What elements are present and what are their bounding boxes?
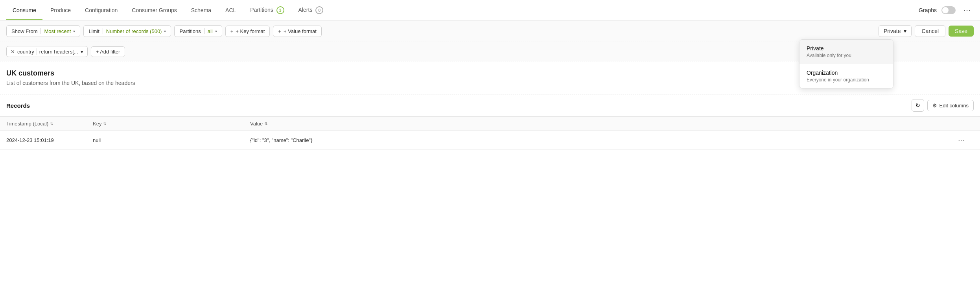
col-header-actions bbox=[958, 121, 974, 127]
cell-actions: ⋯ bbox=[958, 136, 974, 144]
records-actions: ↻ ⚙ Edit columns bbox=[912, 99, 974, 112]
row-more-button[interactable]: ⋯ bbox=[958, 136, 964, 144]
toolbar-right: Private ▾ Cancel Save bbox=[879, 25, 974, 37]
separator bbox=[41, 28, 41, 34]
chevron-down-icon: ▾ bbox=[215, 29, 217, 33]
partitions-value: all bbox=[208, 28, 213, 34]
tab-alerts[interactable]: Alerts 0 bbox=[292, 1, 330, 20]
records-header: Records ↻ ⚙ Edit columns bbox=[0, 94, 980, 117]
refresh-button[interactable]: ↻ bbox=[912, 99, 924, 112]
tab-consumer-groups[interactable]: Consumer Groups bbox=[125, 2, 183, 20]
top-nav: Consume Produce Configuration Consumer G… bbox=[0, 0, 980, 20]
chevron-down-icon[interactable]: ▾ bbox=[81, 49, 83, 55]
add-filter-button[interactable]: + Add filter bbox=[91, 46, 125, 57]
nav-more-button[interactable]: ⋯ bbox=[960, 4, 974, 16]
tab-consume[interactable]: Consume bbox=[6, 2, 42, 20]
dropdown-item-private-desc: Available only for you bbox=[807, 53, 886, 58]
sort-icon: ⇅ bbox=[264, 122, 267, 126]
tab-schema[interactable]: Schema bbox=[185, 2, 217, 20]
show-from-value: Most recent bbox=[44, 28, 71, 34]
sort-icon: ⇅ bbox=[103, 122, 106, 126]
nav-right: Graphs ⋯ bbox=[919, 4, 974, 16]
table-header: Timestamp (Local) ⇅ Key ⇅ Value ⇅ bbox=[0, 117, 980, 131]
tab-acl[interactable]: ACL bbox=[219, 2, 242, 20]
refresh-icon: ↻ bbox=[916, 102, 920, 109]
key-format-label: + Key format bbox=[236, 28, 265, 34]
close-icon[interactable]: ✕ bbox=[11, 49, 15, 55]
show-from-button[interactable]: Show From Most recent ▾ bbox=[6, 25, 80, 37]
value-format-button[interactable]: + + Value format bbox=[273, 26, 322, 37]
partitions-label: Partitions bbox=[179, 28, 201, 34]
chevron-down-icon: ▾ bbox=[164, 29, 166, 33]
col-header-value[interactable]: Value ⇅ bbox=[250, 121, 958, 127]
graphs-toggle[interactable] bbox=[941, 6, 956, 14]
separator bbox=[103, 28, 103, 34]
limit-button[interactable]: Limit Number of records (500) ▾ bbox=[83, 25, 171, 37]
limit-value: Number of records (500) bbox=[106, 28, 162, 34]
private-label: Private bbox=[884, 28, 901, 34]
separator bbox=[204, 28, 204, 34]
table: Timestamp (Local) ⇅ Key ⇅ Value ⇅ 2024-1… bbox=[0, 117, 980, 150]
dropdown-item-organization-title: Organization bbox=[807, 70, 886, 76]
graphs-label: Graphs bbox=[919, 7, 937, 13]
cancel-button[interactable]: Cancel bbox=[915, 25, 945, 37]
cell-timestamp: 2024-12-23 15:01:19 bbox=[6, 137, 93, 143]
plus-icon: + bbox=[278, 28, 281, 34]
show-from-label: Show From bbox=[11, 28, 37, 34]
filter-value: return headers[... bbox=[39, 49, 78, 55]
chevron-down-icon: ▾ bbox=[73, 29, 75, 33]
toolbar: Show From Most recent ▾ Limit Number of … bbox=[0, 20, 980, 42]
edit-columns-label: Edit columns bbox=[939, 103, 969, 109]
dropdown-item-organization[interactable]: Organization Everyone in your organizati… bbox=[799, 64, 893, 88]
records-title: Records bbox=[6, 102, 30, 109]
table-row: 2024-12-23 15:01:19 null {"id": "3", "na… bbox=[0, 131, 980, 150]
private-select[interactable]: Private ▾ bbox=[879, 25, 912, 37]
dropdown-item-private[interactable]: Private Available only for you bbox=[799, 40, 893, 64]
tab-configuration[interactable]: Configuration bbox=[79, 2, 124, 20]
filter-key: country bbox=[17, 49, 34, 55]
value-format-label: + Value format bbox=[284, 28, 317, 34]
dropdown-item-organization-desc: Everyone in your organization bbox=[807, 77, 886, 83]
col-header-key[interactable]: Key ⇅ bbox=[93, 121, 250, 127]
tab-produce[interactable]: Produce bbox=[44, 2, 77, 20]
sort-icon: ⇅ bbox=[50, 122, 53, 126]
limit-label: Limit bbox=[88, 28, 99, 34]
col-header-timestamp[interactable]: Timestamp (Local) ⇅ bbox=[6, 121, 93, 127]
partitions-badge: 3 bbox=[276, 6, 284, 14]
edit-columns-button[interactable]: ⚙ Edit columns bbox=[927, 100, 974, 111]
chevron-down-icon: ▾ bbox=[904, 28, 906, 34]
dropdown-item-private-title: Private bbox=[807, 45, 886, 52]
tab-partitions[interactable]: Partitions 3 bbox=[244, 1, 290, 20]
partitions-button[interactable]: Partitions all ▾ bbox=[174, 25, 222, 37]
gear-icon: ⚙ bbox=[932, 103, 937, 109]
cell-key: null bbox=[93, 137, 250, 143]
private-dropdown-menu: Private Available only for you Organizat… bbox=[799, 39, 893, 88]
filter-tag: ✕ country return headers[... ▾ bbox=[6, 46, 88, 57]
cell-value: {"id": "3", "name": "Charlie"} bbox=[250, 137, 958, 143]
save-button[interactable]: Save bbox=[949, 26, 974, 37]
alerts-badge: 0 bbox=[315, 6, 323, 14]
plus-icon: + bbox=[230, 28, 234, 34]
key-format-button[interactable]: + + Key format bbox=[225, 26, 270, 37]
separator bbox=[37, 48, 37, 55]
